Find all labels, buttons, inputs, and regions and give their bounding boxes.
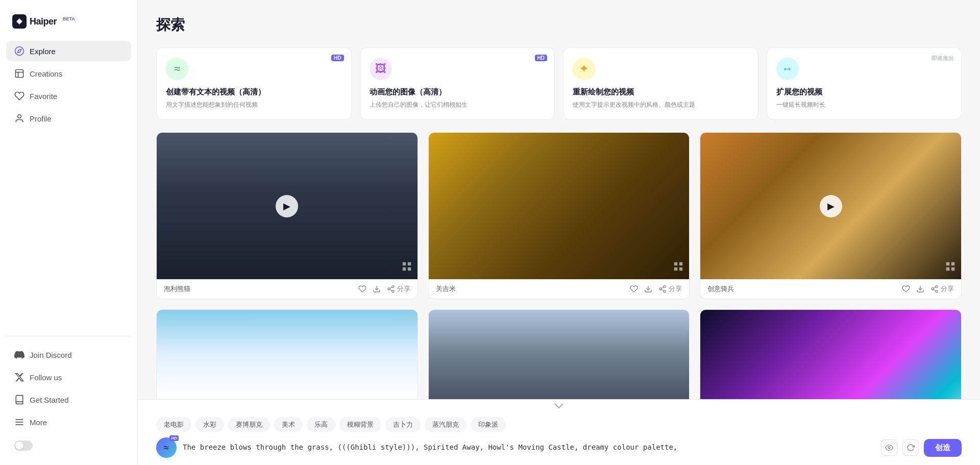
feature-card-text-to-video[interactable]: HD ≈ 创建带有文本的视频（高清） 用文字描述您能想象到的任何视频 (156, 47, 352, 120)
input-actions: 创造 (881, 439, 962, 457)
tag-chip-4[interactable]: 乐高 (307, 417, 335, 432)
hd-badge: HD (331, 55, 344, 61)
heart-icon (14, 91, 24, 101)
svg-rect-11 (407, 262, 410, 265)
video-card-2: 关吉米 分享 (428, 132, 690, 299)
expand-chevron[interactable] (138, 400, 980, 413)
creator-avatar: ≈ HD (156, 437, 177, 458)
feature-card-extend[interactable]: 即将推出 ↔ 扩展您的视频 一键延长视频时长 (767, 47, 962, 120)
sidebar-item-label-favorite: Favorite (30, 92, 57, 101)
refresh-button[interactable] (902, 439, 919, 456)
menu-icon (14, 417, 24, 427)
svg-line-39 (934, 287, 936, 289)
like-btn-1[interactable] (358, 285, 366, 293)
book-icon (14, 68, 24, 79)
share-btn-1[interactable]: 分享 (387, 284, 410, 293)
tag-chip-1[interactable]: 水彩 (195, 417, 224, 432)
share-btn-3[interactable]: 分享 (930, 284, 954, 293)
extend-icon: ↔ (782, 62, 793, 76)
svg-rect-23 (679, 267, 682, 271)
svg-point-35 (936, 286, 938, 288)
tag-chip-8[interactable]: 印象派 (471, 417, 506, 432)
user-icon (14, 113, 24, 124)
logo-area: Haiper BETA (6, 10, 131, 41)
card-icon-wrap-3: ✦ (573, 58, 595, 80)
discord-label: Join Discord (30, 351, 72, 359)
discord-icon (14, 350, 24, 360)
logo-icon (12, 14, 27, 29)
card-desc-animate: 上传您自己的图像，让它们栩栩如生 (370, 100, 546, 109)
tag-chip-6[interactable]: 吉卜力 (385, 417, 421, 432)
tag-chip-3[interactable]: 美术 (274, 417, 303, 432)
tag-chip-5[interactable]: 模糊背景 (339, 417, 381, 432)
svg-line-29 (662, 287, 664, 289)
preview-button[interactable] (881, 439, 897, 456)
svg-rect-22 (674, 267, 677, 271)
play-button-1[interactable]: ▶ (276, 195, 298, 217)
creation-bar: 老电影水彩赛博朋克美术乐高模糊背景吉卜力蒸汽朋克印象派 ≈ HD 创造 (138, 399, 980, 465)
nav-items: Explore Creations Favorite (6, 41, 131, 336)
video-actions-3: 分享 (902, 284, 954, 293)
video-info-3: 创意骑兵 分享 (700, 279, 961, 299)
sidebar-item-creations[interactable]: Creations (6, 63, 131, 84)
like-btn-3[interactable] (902, 285, 910, 293)
share-btn-2[interactable]: 分享 (658, 284, 682, 293)
video-info-1: 泡利熊猫 分享 (157, 279, 418, 299)
tag-chip-2[interactable]: 赛博朋克 (228, 417, 270, 432)
prompt-input[interactable] (183, 443, 875, 453)
hd-badge-2: HD (535, 55, 547, 61)
create-button[interactable]: 创造 (924, 439, 962, 457)
tag-chip-7[interactable]: 蒸汽朋克 (425, 417, 467, 432)
svg-line-28 (662, 289, 664, 291)
download-btn-1[interactable] (373, 285, 381, 293)
video-author-2: 关吉米 (436, 284, 456, 293)
svg-line-18 (389, 289, 392, 291)
svg-rect-31 (951, 262, 954, 265)
sidebar-item-explore[interactable]: Explore (6, 41, 131, 61)
sidebar-item-label-explore: Explore (30, 47, 56, 56)
tags-row: 老电影水彩赛博朋克美术乐高模糊背景吉卜力蒸汽朋克印象派 (138, 413, 980, 432)
text-video-icon: ≈ (174, 62, 180, 76)
follow-us-button[interactable]: Follow us (6, 367, 131, 387)
video-thumb-3[interactable]: ▶ (700, 133, 961, 279)
get-started-button[interactable]: Get Started (6, 389, 131, 410)
feature-card-repaint[interactable]: ✦ 重新绘制您的视频 使用文字提示更改视频中的风格、颜色或主题 (563, 47, 758, 120)
repaint-icon: ✦ (579, 62, 589, 76)
sidebar-item-profile[interactable]: Profile (6, 108, 131, 129)
svg-point-6 (18, 115, 21, 118)
sidebar-bottom: Join Discord Follow us Get Started (6, 336, 131, 455)
svg-point-26 (659, 288, 662, 290)
card-icon-wrap-2: 🖼 (370, 58, 392, 80)
svg-rect-32 (946, 267, 949, 271)
card-desc-extend: 一键延长视频时长 (776, 100, 952, 109)
follow-label: Follow us (30, 373, 62, 382)
card-desc-repaint: 使用文字提示更改视频中的风格、颜色或主题 (573, 100, 749, 109)
svg-point-36 (932, 288, 934, 290)
download-btn-2[interactable] (644, 285, 652, 293)
svg-rect-30 (946, 262, 949, 265)
twitter-icon (14, 372, 24, 382)
card-icon-wrap-4: ↔ (776, 58, 799, 80)
more-button[interactable]: More (6, 412, 131, 432)
tag-chip-0[interactable]: 老电影 (156, 417, 191, 432)
feature-cards-grid: HD ≈ 创建带有文本的视频（高清） 用文字描述您能想象到的任何视频 HD 🖼 … (156, 47, 962, 120)
input-row: ≈ HD 创造 (138, 432, 980, 465)
svg-point-25 (664, 286, 666, 288)
join-discord-button[interactable]: Join Discord (6, 345, 131, 365)
video-thumb-2[interactable] (429, 133, 690, 279)
play-button-3[interactable]: ▶ (820, 195, 842, 217)
toggle-track[interactable] (14, 440, 33, 451)
video-card-3: ▶ 创意骑兵 分享 (700, 132, 962, 299)
video-actions-1: 分享 (358, 284, 410, 293)
theme-toggle[interactable] (6, 436, 131, 455)
feature-card-animate-image[interactable]: HD 🖼 动画您的图像（高清） 上传您自己的图像，让它们栩栩如生 (360, 47, 555, 120)
more-label: More (30, 418, 47, 427)
like-btn-2[interactable] (630, 285, 638, 293)
video-thumb-1[interactable]: ▶ (157, 133, 418, 279)
download-btn-3[interactable] (916, 285, 924, 293)
card-title-text-video: 创建带有文本的视频（高清） (166, 87, 342, 97)
avatar-symbol: ≈ (164, 443, 169, 453)
sidebar-item-favorite[interactable]: Favorite (6, 86, 131, 106)
card-icon-wrap: ≈ (166, 58, 188, 80)
svg-rect-10 (402, 262, 405, 265)
